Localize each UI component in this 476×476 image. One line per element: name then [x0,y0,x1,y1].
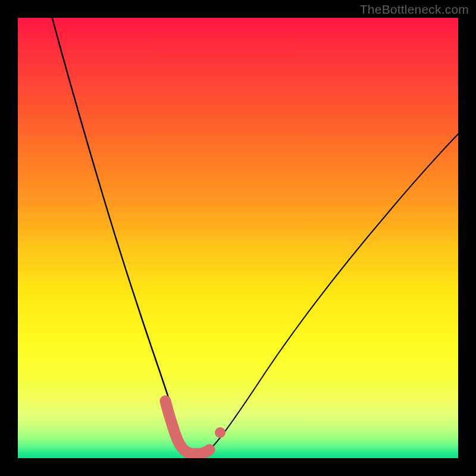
curve-layer [18,18,458,458]
bottleneck-curve-right [205,131,458,454]
chart-frame: TheBottleneck.com [0,0,476,476]
watermark-text: TheBottleneck.com [360,2,469,17]
plot-area [18,18,458,458]
bottleneck-curve-left [51,18,188,452]
marker-dot-right [215,427,226,438]
marker-cluster [165,401,209,454]
